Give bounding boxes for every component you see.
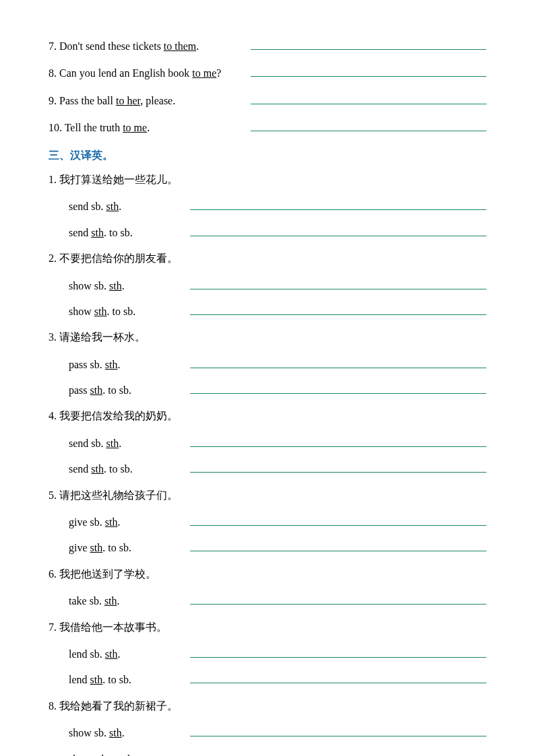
pattern-a: give sb. [69,516,105,528]
q7-text: 7. Don't send these tickets to them. [49,39,251,54]
s3-q8-blank2[interactable] [190,752,486,756]
s3-q6-blank1[interactable] [190,594,486,605]
s3-q7-pattern2: lend sth. to sb. [49,673,486,687]
pattern-b-sth: sth [90,384,103,397]
q10-blank[interactable] [251,121,486,131]
s3-q3-pattern2-label: pass sth. to sb. [69,383,190,398]
pattern-b-sth: sth [106,438,119,450]
s3-q4-text: 4. 我要把信发给我的奶奶。 [49,409,178,423]
pattern-a: lend sb. [69,648,105,660]
s3-q7-text: 7. 我借给他一本故事书。 [49,620,167,635]
s3-q4-blank1[interactable] [190,436,486,447]
pattern-c: . [117,648,120,660]
pattern-c: . [122,727,125,738]
s3-q8-blank1[interactable] [190,726,486,736]
s3-q8-text: 8. 我给她看了我的新裙子。 [49,699,178,714]
q9-u: to her [116,95,140,106]
pattern-c: . [117,595,120,607]
s3-q1-pattern1: send sb. sth. [49,199,486,214]
rewrite-q7: 7. Don't send these tickets to them. [49,39,486,54]
pattern-c: . to sb. [104,463,133,475]
s3-q1-pattern1-label: send sb. sth. [69,199,190,214]
pattern-b-sth: sth [90,542,103,555]
q7-post: . [196,40,199,52]
pattern-a: send sb. [69,438,106,449]
q9-post: , please. [140,95,175,106]
pattern-a: pass [69,384,90,396]
pattern-b-sth: sth [109,727,122,740]
s3-q3-blank1[interactable] [190,357,486,368]
q9-pre: 9. Pass the ball [49,95,116,106]
pattern-a: send [69,227,91,238]
s3-q5-blank1[interactable] [190,515,486,526]
pattern-b-sth: sth [105,516,118,529]
rewrite-q8: 8. Can you lend an English book to me? [49,66,486,81]
pattern-c: . [122,280,125,291]
s3-q2-blank2[interactable] [190,304,486,315]
s3-q4-pattern1: send sb. sth. [49,436,486,451]
s3-q6-text: 6. 我把他送到了学校。 [49,567,156,582]
pattern-b-sth: sth [105,648,118,661]
pattern-b-sth: sth [94,306,107,318]
q9-blank[interactable] [251,94,486,104]
s3-q7-pattern1: lend sb. sth. [49,647,486,662]
s3-q1-blank1[interactable] [190,199,486,210]
pattern-b-sth: sth [91,227,104,240]
s3-q2-pattern2: show sth. to sb. [49,304,486,319]
s3-q1: 1. 我打算送给她一些花儿。 [49,172,486,187]
s3-q2-pattern1-label: show sb. sth. [69,279,190,294]
s3-q8: 8. 我给她看了我的新裙子。 [49,699,486,714]
pattern-c: . [119,201,121,212]
pattern-a: show [69,306,94,317]
s3-q4: 4. 我要把信发给我的奶奶。 [49,409,486,423]
q7-blank[interactable] [251,39,486,50]
s3-q1-text: 1. 我打算送给她一些花儿。 [49,172,178,187]
s3-q8-pattern2: show sth. to sb. [49,752,486,756]
s3-q5: 5. 请把这些礼物给孩子们。 [49,488,486,503]
s3-q3-text: 3. 请递给我一杯水。 [49,330,146,345]
s3-q3-pattern1: pass sb. sth. [49,357,486,372]
s3-q7-pattern1-label: lend sb. sth. [69,647,190,662]
s3-q5-text: 5. 请把这些礼物给孩子们。 [49,488,178,503]
s3-q5-blank2[interactable] [190,541,486,551]
pattern-b-sth: sth [90,674,103,687]
s3-q5-pattern2-label: give sth. to sb. [69,541,190,555]
pattern-c: . [117,359,120,370]
pattern-b-sth: sth [91,463,104,476]
s3-q6-pattern1: take sb. sth. [49,594,486,609]
s3-q1-blank2[interactable] [190,226,486,236]
s3-q4-blank2[interactable] [190,462,486,473]
pattern-a: take sb. [69,595,104,607]
pattern-c: . [117,516,120,528]
q8-blank[interactable] [251,66,486,77]
s3-q3-blank2[interactable] [190,383,486,394]
s3-q2-text: 2. 不要把信给你的朋友看。 [49,251,178,266]
pattern-c: . to sb. [102,674,131,685]
s3-q6-pattern1-label: take sb. sth. [69,594,190,609]
s3-q7-blank1[interactable] [190,647,486,658]
pattern-c: . to sb. [104,227,133,238]
s3-q7: 7. 我借给他一本故事书。 [49,620,486,635]
s3-q7-pattern2-label: lend sth. to sb. [69,673,190,687]
q10-u: to me [123,122,147,133]
s3-q7-blank2[interactable] [190,673,486,683]
s3-q8-pattern1: show sb. sth. [49,726,486,741]
s3-q1-pattern2: send sth. to sb. [49,226,486,240]
pattern-a: pass sb. [69,359,105,370]
s3-q4-pattern2-label: send sth. to sb. [69,462,190,477]
s3-q8-pattern2-label: show sth. to sb. [69,752,190,756]
s3-q2-blank1[interactable] [190,279,486,289]
section3-title: 三、汉译英。 [49,148,486,163]
q10-pre: 10. Tell the truth [49,122,123,133]
pattern-a: lend [69,674,90,685]
section3-body: 1. 我打算送给她一些花儿。send sb. sth.send sth. to … [49,172,486,756]
pattern-c: . to sb. [106,753,135,756]
pattern-c: . to sb. [102,384,131,396]
s3-q5-pattern2: give sth. to sb. [49,541,486,555]
rewrite-q10: 10. Tell the truth to me. [49,121,486,135]
pattern-c: . [119,438,121,449]
s3-q4-pattern2: send sth. to sb. [49,462,486,477]
s3-q5-pattern1-label: give sb. sth. [69,515,190,530]
q9-text: 9. Pass the ball to her, please. [49,94,251,108]
s3-q2: 2. 不要把信给你的朋友看。 [49,251,486,266]
